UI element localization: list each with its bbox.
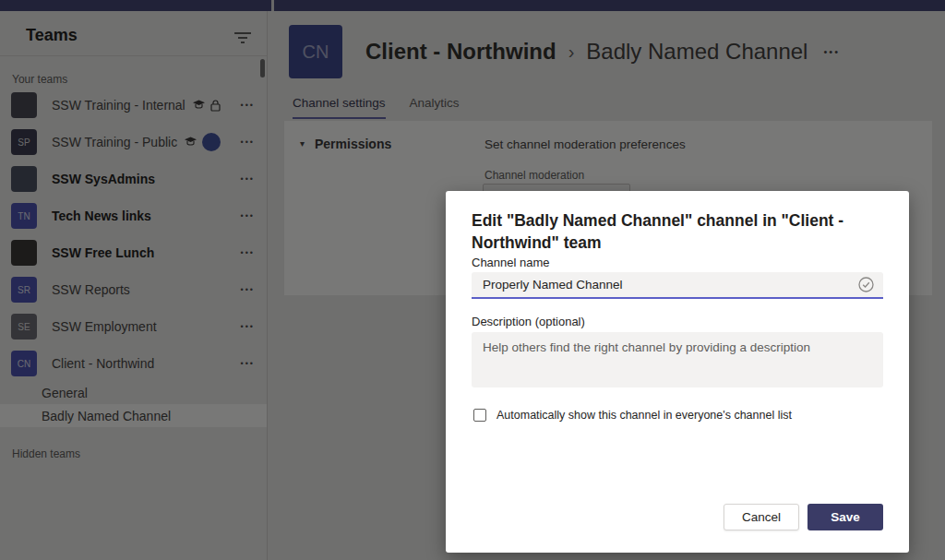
cancel-button[interactable]: Cancel <box>724 504 799 530</box>
description-textarea[interactable] <box>472 332 883 387</box>
valid-checkmark-icon <box>858 277 874 292</box>
channel-name-label: Channel name <box>472 256 550 269</box>
dialog-title: Edit "Badly Named Channel" channel in "C… <box>472 209 883 254</box>
description-label: Description (optional) <box>472 315 585 328</box>
auto-show-checkbox-label: Automatically show this channel in every… <box>496 409 792 422</box>
auto-show-checkbox[interactable] <box>473 409 486 422</box>
edit-channel-dialog: Edit "Badly Named Channel" channel in "C… <box>446 191 909 553</box>
channel-name-field-wrap <box>472 272 883 299</box>
dialog-footer: Cancel Save <box>724 504 883 530</box>
save-button[interactable]: Save <box>807 504 883 530</box>
auto-show-checkbox-row: Automatically show this channel in every… <box>473 409 792 422</box>
channel-name-input[interactable] <box>472 272 883 297</box>
